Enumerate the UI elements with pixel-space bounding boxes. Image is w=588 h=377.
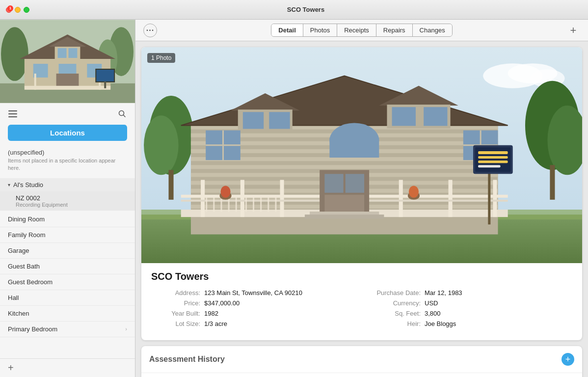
svg-rect-29 [168,170,173,200]
locations-header[interactable]: Locations [8,125,127,141]
chevron-right-icon: › [125,326,127,332]
purchase-date-value: Mar 12, 1983 [425,289,462,296]
unspecified-title: (unspecified) [8,149,127,156]
detail-purchase-date: Purchase Date: Mar 12, 1983 [372,289,572,296]
location-item-garage[interactable]: Garage [0,243,135,259]
tab-group: Detail Photos Receipts Repairs Changes [271,24,452,37]
menu-button[interactable] [6,107,20,121]
more-options-button[interactable]: ··· [143,24,157,37]
heir-value: Joe Bloggs [425,320,456,327]
location-item-primary-bedroom[interactable]: Primary Bedroom › [0,322,135,337]
svg-rect-19 [96,70,114,81]
purchase-date-label: Purchase Date: [372,289,421,296]
window-title: SCO Towers [29,6,582,13]
add-location-button[interactable]: + [8,363,14,373]
price-value: $347,000.00 [204,299,240,307]
tab-receipts[interactable]: Receipts [337,24,376,36]
svg-rect-67 [241,180,244,217]
location-item-dining-room[interactable]: Dining Room [0,212,135,227]
panel-add-button[interactable]: + [566,24,580,37]
assessment-add-button[interactable]: + [561,353,574,366]
svg-rect-70 [399,180,403,217]
group-name-als-studio: Al's Studio [13,181,43,188]
location-item-kitchen[interactable]: Kitchen [0,306,135,322]
year-built-value: 1982 [204,310,218,317]
main-container: Locations (unspecified) Items not placed… [0,20,588,377]
svg-rect-100 [478,161,508,163]
assessment-title: Assessment History [149,355,225,364]
property-info: SCO Towers Address: 123 Main St, Townsvi… [141,263,582,340]
svg-rect-80 [245,197,247,212]
property-card: 1 Photo [141,47,582,340]
address-label: Address: [151,289,200,296]
detail-lot-size: Lot Size: 1/3 acre [151,320,352,327]
detail-sq-feet: Sq. Feet: 3,800 [372,310,572,317]
detail-col-left: Address: 123 Main St, Townsville, CA 902… [151,289,352,330]
svg-rect-91 [346,174,364,192]
svg-point-1 [1,27,28,81]
property-details: Address: 123 Main St, Townsville, CA 902… [151,289,572,330]
svg-rect-52 [269,112,290,129]
svg-rect-20 [104,81,106,88]
svg-rect-15 [25,86,110,90]
search-button[interactable] [115,107,129,121]
sidebar-footer: + [0,358,135,377]
location-group-als-studio: ▾ Al's Studio NZ 0002 Recording Equipmen… [0,178,135,211]
photo-count-badge: 1 Photo [147,53,175,63]
group-header-als-studio[interactable]: ▾ Al's Studio [0,178,135,191]
tab-repairs[interactable]: Repairs [376,24,413,36]
tab-detail[interactable]: Detail [271,24,303,36]
sidebar-hero-image [0,20,135,103]
svg-point-28 [144,115,179,175]
window-controls: 1 [6,7,29,13]
location-item-hall[interactable]: Hall [0,290,135,306]
primary-bedroom-label: Primary Bedroom [8,325,57,333]
tab-photos[interactable]: Photos [303,24,337,36]
svg-rect-10 [68,48,77,58]
assessment-empty: No Assessments [141,373,582,377]
unspecified-section[interactable]: (unspecified) Items not placed in a spec… [0,145,135,178]
minimize-button[interactable] [15,7,21,13]
year-built-label: Year Built: [151,310,200,317]
title-bar: 1 SCO Towers [0,0,588,20]
right-panel: ··· Detail Photos Receipts Repairs Chang… [135,20,588,377]
subitem-nz0002[interactable]: NZ 0002 Recording Equipment [0,191,135,211]
location-item-guest-bath[interactable]: Guest Bath [0,259,135,274]
currency-label: Currency: [372,299,421,307]
svg-rect-77 [220,197,222,212]
svg-rect-66 [201,180,205,217]
svg-rect-97 [475,147,511,172]
svg-rect-98 [478,151,508,154]
svg-rect-79 [236,197,237,212]
svg-rect-90 [324,174,343,192]
svg-rect-68 [280,180,284,217]
detail-col-right: Purchase Date: Mar 12, 1983 Currency: US… [372,289,572,330]
svg-rect-81 [253,197,254,212]
detail-heir: Heir: Joe Bloggs [372,320,572,327]
svg-point-86 [220,186,230,198]
notification-badge: 1 [7,5,13,11]
svg-rect-92 [324,195,364,213]
currency-value: USD [425,299,438,307]
tab-changes[interactable]: Changes [413,24,452,36]
location-item-family-room[interactable]: Family Room [0,227,135,243]
detail-year-built: Year Built: 1982 [151,310,352,317]
detail-price: Price: $347,000.00 [151,299,352,307]
address-value: 123 Main St, Townsville, CA 90210 [204,289,302,296]
svg-point-88 [409,186,419,198]
sidebar: Locations (unspecified) Items not placed… [0,20,135,377]
detail-currency: Currency: USD [372,299,572,307]
heir-label: Heir: [372,320,421,327]
lot-size-value: 1/3 acre [204,320,227,327]
svg-rect-55 [392,107,416,126]
panel-toolbar: ··· Detail Photos Receipts Repairs Chang… [135,20,588,41]
svg-rect-99 [478,156,508,159]
assessment-header: Assessment History + [141,346,582,373]
sidebar-scroll: (unspecified) Items not placed in a spec… [0,145,135,358]
close-button[interactable]: 1 [6,7,12,13]
svg-rect-82 [260,197,262,212]
svg-rect-76 [213,197,214,212]
svg-rect-72 [493,180,497,217]
maximize-button[interactable] [24,7,29,13]
location-item-guest-bedroom[interactable]: Guest Bedroom [0,274,135,290]
